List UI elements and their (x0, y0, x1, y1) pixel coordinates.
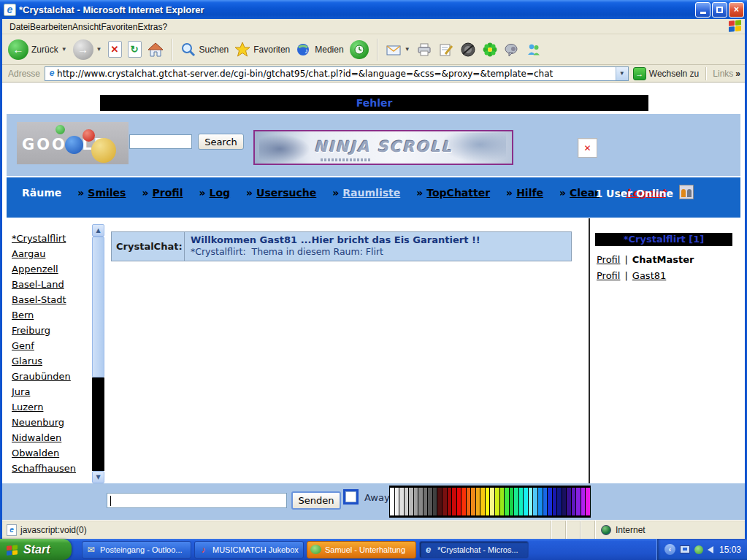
profil-link[interactable]: Profil (597, 254, 620, 265)
color-swatch[interactable] (433, 488, 437, 515)
room-link[interactable]: Graubünden (9, 371, 91, 386)
color-swatch[interactable] (524, 488, 528, 515)
search-button[interactable]: Suchen (180, 42, 229, 58)
color-swatch[interactable] (467, 488, 471, 515)
color-swatch[interactable] (529, 488, 533, 515)
edit-button[interactable] (438, 42, 454, 58)
close-button[interactable]: × (729, 2, 744, 18)
color-swatch[interactable] (572, 488, 576, 515)
color-swatch[interactable] (452, 488, 456, 515)
menu-item[interactable]: ? (162, 22, 167, 32)
color-swatch[interactable] (510, 488, 514, 515)
nav-item-label[interactable]: Smiles (88, 187, 126, 199)
scroll-down-button[interactable]: ▼ (92, 471, 104, 483)
print-button[interactable] (416, 42, 432, 58)
room-link[interactable]: Basel-Land (9, 279, 91, 294)
refresh-button[interactable]: ↻ (128, 41, 142, 58)
home-button[interactable] (148, 42, 164, 58)
message-input[interactable] (107, 493, 287, 508)
msn-contacts-button[interactable] (526, 42, 542, 58)
nav-item-label[interactable]: Profil (152, 187, 183, 199)
color-swatch[interactable] (457, 488, 461, 515)
color-swatch[interactable] (543, 488, 548, 515)
scrollbar-thumb[interactable] (92, 237, 104, 377)
color-swatch[interactable] (405, 488, 409, 515)
color-swatch[interactable] (495, 488, 499, 515)
nav-item-label[interactable]: Usersuche (256, 187, 316, 199)
stop-button[interactable]: ✕ (108, 41, 122, 58)
nav-item[interactable]: » Hilfe (506, 187, 543, 199)
mail-button[interactable]: ▼ (386, 42, 410, 58)
network-icon[interactable] (680, 545, 690, 553)
forward-button[interactable]: → ▼ (73, 39, 102, 60)
go-button[interactable]: → Wechseln zu (633, 67, 699, 80)
color-swatch[interactable] (562, 488, 567, 515)
nav-item[interactable]: » TopChatter (416, 187, 490, 199)
color-swatch[interactable] (399, 488, 404, 515)
icq-button[interactable] (482, 42, 498, 58)
room-link[interactable]: Obwalden (9, 448, 91, 463)
back-button[interactable]: ← Zurück ▼ (8, 39, 67, 60)
user-name[interactable]: Gast81 (632, 270, 666, 281)
room-link[interactable]: Genf (9, 340, 91, 356)
color-swatch[interactable] (576, 488, 581, 515)
menu-item[interactable]: Datei (9, 22, 30, 32)
color-swatch[interactable] (538, 488, 543, 515)
nav-item-label[interactable]: Hilfe (516, 187, 543, 199)
color-swatch[interactable] (409, 488, 413, 515)
nav-item[interactable]: Räume (18, 187, 61, 199)
minimize-button[interactable] (695, 2, 710, 18)
color-swatch[interactable] (424, 488, 428, 515)
send-button[interactable]: Senden (291, 491, 341, 510)
messenger-button[interactable] (504, 42, 520, 58)
block-popup-button[interactable] (460, 42, 476, 58)
taskbar-task[interactable]: Posteingang - Outloo... (82, 541, 191, 559)
color-swatch[interactable] (500, 488, 505, 515)
start-button[interactable]: Start (0, 539, 72, 560)
color-swatch[interactable] (480, 488, 485, 515)
color-swatch[interactable] (533, 488, 537, 515)
nav-item-label[interactable]: TopChatter (426, 187, 490, 199)
nav-item[interactable]: » Usersuche (246, 187, 316, 199)
history-button[interactable] (350, 40, 369, 59)
menu-item[interactable]: Favoriten (101, 22, 137, 32)
color-swatch[interactable] (448, 488, 452, 515)
nav-item[interactable]: » Profil (142, 187, 183, 199)
mail-dropdown-icon[interactable]: ▼ (405, 46, 410, 53)
room-link[interactable]: Appenzell (9, 264, 91, 279)
nav-item[interactable]: » Raumliste (332, 187, 400, 199)
color-swatch[interactable] (486, 488, 490, 515)
taskbar-task[interactable]: *Crystalchat - Micros... (419, 541, 529, 559)
nav-item-label[interactable]: Raumliste (342, 187, 400, 199)
volume-icon[interactable] (708, 546, 713, 553)
color-swatch[interactable] (476, 488, 480, 515)
restore-button[interactable] (712, 2, 727, 18)
room-link[interactable]: Schaffhausen (9, 463, 91, 478)
color-swatch[interactable] (490, 488, 494, 515)
ad-banner[interactable]: NINJA SCROLL (253, 130, 513, 165)
nav-item-label[interactable]: Räume (22, 187, 61, 199)
back-dropdown-icon[interactable]: ▼ (61, 46, 67, 53)
color-swatch[interactable] (519, 488, 524, 515)
menu-item[interactable]: Ansicht (72, 22, 101, 32)
menu-item[interactable]: Bearbeiten (30, 22, 72, 32)
color-swatch[interactable] (390, 488, 394, 515)
room-link[interactable]: Aargau (9, 248, 91, 264)
color-swatch[interactable] (471, 488, 475, 515)
color-swatch[interactable] (428, 488, 432, 515)
taskbar-task[interactable]: MUSICMATCH Jukebox (194, 541, 304, 559)
color-swatch[interactable] (548, 488, 552, 515)
color-swatch[interactable] (395, 488, 399, 515)
address-input[interactable]: e http://www.crystalchat.gtchat-server.d… (45, 66, 629, 81)
favorites-button[interactable]: Favoriten (234, 42, 290, 58)
media-button[interactable]: ♪ Medien (296, 42, 343, 58)
nav-item[interactable]: » Log (199, 187, 230, 199)
room-link[interactable]: Freiburg (9, 325, 91, 340)
color-swatch[interactable] (418, 488, 423, 515)
menu-item[interactable]: Extras (137, 22, 162, 32)
color-swatch[interactable] (414, 488, 418, 515)
color-swatch[interactable] (586, 488, 590, 515)
address-dropdown-icon[interactable]: ▼ (616, 67, 628, 80)
scroll-up-button[interactable]: ▲ (92, 224, 104, 237)
nav-item-label[interactable]: Log (210, 187, 231, 199)
